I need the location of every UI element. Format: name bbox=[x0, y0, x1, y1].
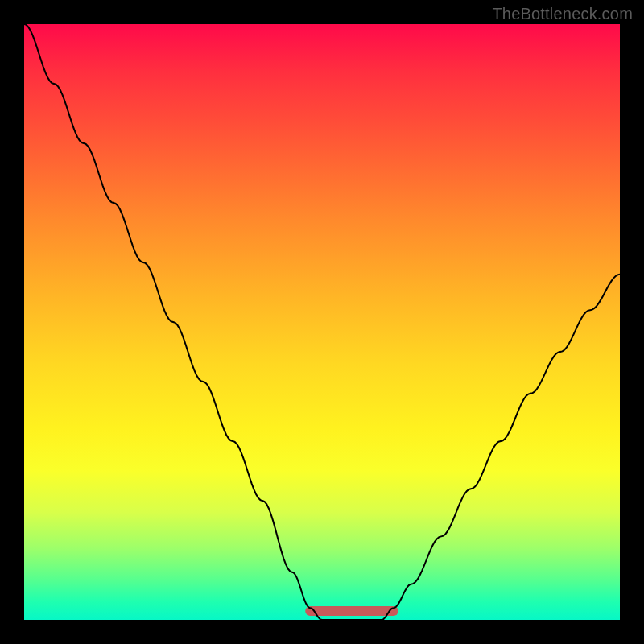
bottleneck-curve bbox=[24, 24, 620, 620]
plot-area bbox=[24, 24, 620, 620]
chart-frame: TheBottleneck.com bbox=[0, 0, 644, 644]
chart-svg bbox=[24, 24, 620, 620]
watermark-text: TheBottleneck.com bbox=[492, 5, 633, 23]
